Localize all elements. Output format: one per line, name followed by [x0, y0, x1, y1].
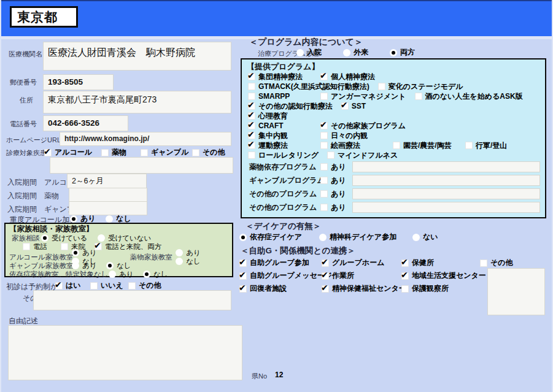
radio-option[interactable]: 依存症デイケア — [239, 232, 319, 242]
checkbox-option[interactable]: ギャンブル — [141, 147, 192, 158]
checkbox-unchecked-icon[interactable] — [320, 177, 328, 184]
checkbox-option[interactable]: 集団精神療法 — [248, 72, 312, 82]
checkbox-unchecked-icon[interactable] — [248, 93, 255, 100]
checkbox-option[interactable]: 電話 — [23, 242, 61, 251]
target-diseases-note-field[interactable] — [50, 157, 233, 174]
checkbox-unchecked-icon[interactable] — [320, 142, 328, 149]
checkbox-checked-icon[interactable] — [95, 243, 102, 250]
program-input-field[interactable] — [352, 188, 540, 199]
checkbox-option[interactable]: 保健所 — [401, 258, 480, 268]
radio-selected-icon[interactable] — [70, 215, 77, 223]
radio-unselected-icon[interactable] — [343, 49, 350, 56]
checkbox-option[interactable]: 保護観察所 — [401, 283, 480, 294]
checkbox-unchecked-icon[interactable] — [61, 243, 68, 250]
checkbox-option[interactable]: その他の認知行動療法 — [248, 101, 333, 112]
checkbox-option[interactable]: SMARPP — [248, 92, 312, 101]
checkbox-checked-icon[interactable] — [248, 112, 255, 120]
radio-option[interactable]: ない — [412, 232, 438, 242]
checkbox-option[interactable]: その他 — [192, 147, 225, 158]
checkbox-option[interactable]: いいえ — [90, 280, 128, 291]
checkbox-unchecked-icon[interactable] — [378, 83, 385, 90]
radio-unselected-icon[interactable] — [176, 258, 183, 265]
checkbox-option[interactable]: アルコール — [44, 147, 101, 158]
checkbox-unchecked-icon[interactable] — [415, 93, 422, 100]
collaboration-other-note-field[interactable] — [487, 268, 545, 315]
checkbox-option[interactable]: マインドフルネス — [327, 150, 398, 161]
checkbox-option[interactable]: あり — [320, 162, 352, 172]
radio-option[interactable]: あり — [109, 270, 143, 279]
radio-selected-icon[interactable] — [106, 262, 114, 269]
checkbox-option[interactable]: 自助グループ参加 — [239, 258, 322, 268]
checkbox-unchecked-icon[interactable] — [465, 142, 473, 149]
radio-selected-icon[interactable] — [72, 249, 79, 256]
checkbox-option[interactable]: 薬物 — [101, 147, 141, 158]
checkbox-option[interactable]: はい — [55, 280, 90, 291]
postal-code-field[interactable]: 193-8505 — [43, 74, 114, 90]
checkbox-option[interactable]: その他家族プログラム — [320, 121, 406, 131]
checkbox-option[interactable]: 集中内観 — [248, 131, 312, 141]
checkbox-unchecked-icon[interactable] — [320, 132, 328, 139]
checkbox-option[interactable]: 作業所 — [322, 271, 401, 281]
checkbox-option[interactable]: その他 — [128, 280, 161, 291]
radio-option[interactable]: 精神科デイケア参加 — [319, 232, 412, 242]
checkbox-option[interactable]: あり — [320, 202, 352, 213]
checkbox-unchecked-icon[interactable] — [320, 163, 328, 171]
radio-unselected-icon[interactable] — [176, 249, 183, 256]
radio-option[interactable]: 受けている — [41, 234, 98, 242]
checkbox-option[interactable]: 酒のない人生を始めるASK版 — [415, 91, 523, 102]
radio-option[interactable]: 受けていない — [98, 234, 151, 242]
radio-option[interactable]: 両方 — [390, 47, 436, 58]
radio-selected-icon[interactable] — [143, 271, 150, 278]
checkbox-option[interactable]: 園芸/農芸/陶芸 — [393, 140, 457, 151]
checkbox-checked-icon[interactable] — [322, 272, 329, 280]
program-input-field[interactable] — [352, 161, 540, 172]
radio-option[interactable]: なし — [143, 270, 168, 279]
stay-period-alcohol-field[interactable]: 2～6ヶ月 — [67, 174, 147, 188]
checkbox-option[interactable]: その他 — [480, 258, 513, 268]
radio-selected-icon[interactable] — [239, 234, 247, 241]
checkbox-unchecked-icon[interactable] — [23, 243, 30, 250]
radio-unselected-icon[interactable] — [106, 215, 113, 223]
program-input-field[interactable] — [352, 175, 540, 186]
checkbox-option[interactable]: GTMACK(久里浜式認知行動療法) — [248, 82, 369, 92]
radio-unselected-icon[interactable] — [319, 234, 327, 241]
radio-option[interactable]: なし — [176, 257, 201, 266]
checkbox-option[interactable]: 変化のステージモデル — [378, 82, 463, 92]
checkbox-unchecked-icon[interactable] — [128, 282, 136, 290]
checkbox-option[interactable]: 行軍/登山 — [465, 140, 529, 151]
checkbox-checked-icon[interactable] — [248, 132, 255, 139]
checkbox-unchecked-icon[interactable] — [248, 83, 255, 90]
free-text-field[interactable] — [8, 325, 242, 380]
checkbox-checked-icon[interactable] — [248, 122, 255, 129]
checkbox-unchecked-icon[interactable] — [141, 149, 148, 156]
checkbox-checked-icon[interactable] — [322, 285, 329, 293]
checkbox-checked-icon[interactable] — [248, 73, 255, 80]
checkbox-unchecked-icon[interactable] — [393, 142, 400, 149]
checkbox-checked-icon[interactable] — [55, 282, 63, 290]
checkbox-unchecked-icon[interactable] — [90, 282, 98, 290]
checkbox-option[interactable]: グループホーム — [322, 258, 401, 268]
checkbox-option[interactable]: SST — [341, 102, 405, 110]
program-input-field[interactable] — [352, 202, 540, 213]
checkbox-checked-icon[interactable] — [248, 142, 255, 149]
checkbox-checked-icon[interactable] — [322, 259, 329, 267]
checkbox-unchecked-icon[interactable] — [320, 93, 328, 100]
checkbox-checked-icon[interactable] — [248, 102, 255, 110]
checkbox-checked-icon[interactable] — [239, 272, 247, 280]
checkbox-option[interactable]: アンガーマネジメント — [320, 91, 406, 102]
checkbox-option[interactable]: 回復者施設 — [239, 283, 322, 294]
checkbox-option[interactable]: 日々の内観 — [320, 131, 384, 141]
checkbox-unchecked-icon[interactable] — [480, 259, 487, 267]
checkbox-checked-icon[interactable] — [320, 122, 328, 129]
checkbox-checked-icon[interactable] — [239, 259, 247, 267]
radio-selected-icon[interactable] — [390, 49, 397, 56]
address-field[interactable]: 東京都八王子市裏高尾町273 — [43, 91, 231, 113]
homepage-url-field[interactable]: http://www.komagino.jp/ — [60, 132, 231, 146]
radio-selected-icon[interactable] — [41, 234, 48, 242]
checkbox-option[interactable]: CRAFT — [248, 121, 312, 130]
checkbox-option[interactable]: 自助グループメッセージ — [239, 271, 322, 281]
checkbox-checked-icon[interactable] — [341, 102, 349, 110]
checkbox-unchecked-icon[interactable] — [320, 204, 328, 211]
checkbox-option[interactable]: 個人精神療法 — [320, 72, 384, 82]
checkbox-option[interactable]: あり — [320, 189, 352, 199]
